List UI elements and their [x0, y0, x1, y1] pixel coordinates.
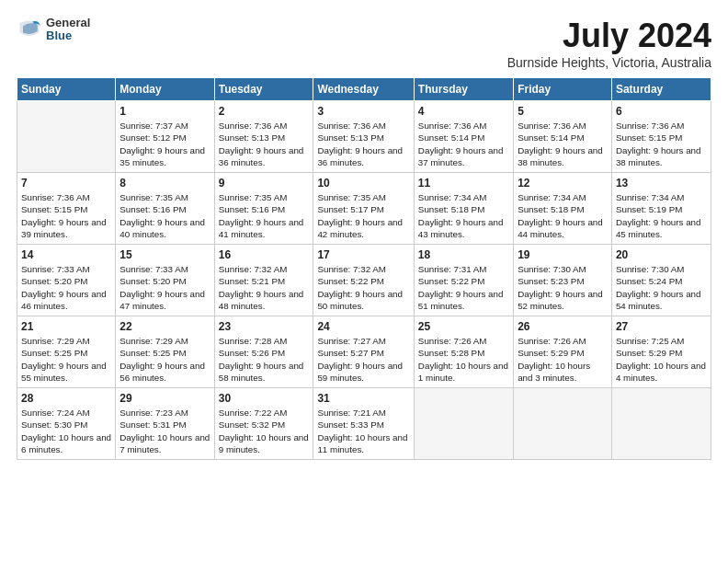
day-info: Sunrise: 7:25 AMSunset: 5:29 PMDaylight:…	[616, 335, 707, 384]
day-number: 7	[21, 176, 111, 190]
day-number: 27	[616, 319, 707, 334]
day-info: Sunrise: 7:22 AMSunset: 5:32 PMDaylight:…	[219, 407, 310, 455]
weekday-header: Thursday	[414, 78, 513, 101]
logo-text: General Blue	[46, 17, 90, 43]
calendar-week-row: 14Sunrise: 7:33 AMSunset: 5:20 PMDayligh…	[17, 245, 711, 316]
calendar-week-row: 28Sunrise: 7:24 AMSunset: 5:30 PMDayligh…	[17, 388, 711, 460]
day-info: Sunrise: 7:36 AMSunset: 5:13 PMDaylight:…	[317, 120, 409, 168]
day-info: Sunrise: 7:26 AMSunset: 5:29 PMDaylight:…	[518, 335, 608, 384]
calendar-cell: 22Sunrise: 7:29 AMSunset: 5:25 PMDayligh…	[116, 316, 214, 388]
day-number: 19	[518, 247, 608, 262]
weekday-header: Tuesday	[214, 78, 313, 101]
calendar-cell: 24Sunrise: 7:27 AMSunset: 5:27 PMDayligh…	[313, 316, 414, 388]
day-number: 1	[119, 104, 210, 119]
day-info: Sunrise: 7:31 AMSunset: 5:22 PMDaylight:…	[418, 263, 509, 312]
calendar-cell: 13Sunrise: 7:34 AMSunset: 5:19 PMDayligh…	[611, 173, 711, 245]
day-info: Sunrise: 7:37 AMSunset: 5:12 PMDaylight:…	[119, 120, 210, 168]
calendar-cell: 16Sunrise: 7:32 AMSunset: 5:21 PMDayligh…	[214, 245, 313, 316]
day-number: 31	[317, 391, 409, 406]
day-info: Sunrise: 7:30 AMSunset: 5:23 PMDaylight:…	[518, 263, 608, 312]
day-info: Sunrise: 7:27 AMSunset: 5:27 PMDaylight:…	[317, 335, 409, 384]
main-title: July 2024	[507, 17, 711, 55]
calendar-cell: 31Sunrise: 7:21 AMSunset: 5:33 PMDayligh…	[313, 388, 414, 460]
calendar-cell: 2Sunrise: 7:36 AMSunset: 5:13 PMDaylight…	[214, 101, 313, 173]
day-info: Sunrise: 7:36 AMSunset: 5:14 PMDaylight:…	[418, 120, 509, 168]
calendar-cell: 15Sunrise: 7:33 AMSunset: 5:20 PMDayligh…	[116, 245, 214, 316]
day-number: 22	[119, 319, 210, 334]
day-info: Sunrise: 7:36 AMSunset: 5:15 PMDaylight:…	[616, 120, 707, 168]
logo: General Blue	[17, 17, 90, 43]
day-info: Sunrise: 7:32 AMSunset: 5:22 PMDaylight:…	[317, 263, 409, 312]
day-number: 23	[219, 319, 310, 334]
calendar-cell: 19Sunrise: 7:30 AMSunset: 5:23 PMDayligh…	[514, 245, 612, 316]
calendar-cell: 29Sunrise: 7:23 AMSunset: 5:31 PMDayligh…	[116, 388, 214, 460]
day-info: Sunrise: 7:24 AMSunset: 5:30 PMDaylight:…	[21, 407, 111, 455]
calendar-cell: 30Sunrise: 7:22 AMSunset: 5:32 PMDayligh…	[214, 388, 313, 460]
calendar-cell	[514, 388, 612, 460]
calendar-cell: 6Sunrise: 7:36 AMSunset: 5:15 PMDaylight…	[611, 101, 711, 173]
calendar-cell: 7Sunrise: 7:36 AMSunset: 5:15 PMDaylight…	[17, 173, 116, 245]
day-number: 20	[616, 247, 707, 262]
day-info: Sunrise: 7:34 AMSunset: 5:18 PMDaylight:…	[518, 191, 608, 240]
calendar-cell: 27Sunrise: 7:25 AMSunset: 5:29 PMDayligh…	[611, 316, 711, 388]
calendar-cell: 4Sunrise: 7:36 AMSunset: 5:14 PMDaylight…	[414, 101, 513, 173]
day-number: 21	[21, 319, 111, 334]
day-number: 30	[219, 391, 310, 406]
day-number: 25	[418, 319, 509, 334]
day-info: Sunrise: 7:30 AMSunset: 5:24 PMDaylight:…	[616, 263, 707, 312]
calendar-cell: 9Sunrise: 7:35 AMSunset: 5:16 PMDaylight…	[214, 173, 313, 245]
day-info: Sunrise: 7:26 AMSunset: 5:28 PMDaylight:…	[418, 335, 509, 384]
calendar-cell: 10Sunrise: 7:35 AMSunset: 5:17 PMDayligh…	[313, 173, 414, 245]
day-number: 14	[21, 247, 111, 262]
calendar-cell: 21Sunrise: 7:29 AMSunset: 5:25 PMDayligh…	[17, 316, 116, 388]
calendar-cell: 28Sunrise: 7:24 AMSunset: 5:30 PMDayligh…	[17, 388, 116, 460]
weekday-header: Sunday	[17, 78, 116, 101]
calendar-cell: 14Sunrise: 7:33 AMSunset: 5:20 PMDayligh…	[17, 245, 116, 316]
calendar-cell: 5Sunrise: 7:36 AMSunset: 5:14 PMDaylight…	[514, 101, 612, 173]
calendar-week-row: 1Sunrise: 7:37 AMSunset: 5:12 PMDaylight…	[17, 101, 711, 173]
day-number: 10	[317, 176, 409, 190]
day-number: 28	[21, 391, 111, 406]
day-info: Sunrise: 7:33 AMSunset: 5:20 PMDaylight:…	[119, 263, 210, 312]
calendar-cell: 25Sunrise: 7:26 AMSunset: 5:28 PMDayligh…	[414, 316, 513, 388]
day-number: 26	[518, 319, 608, 334]
day-number: 16	[219, 247, 310, 262]
day-number: 6	[616, 104, 707, 119]
calendar-cell: 1Sunrise: 7:37 AMSunset: 5:12 PMDaylight…	[116, 101, 214, 173]
day-info: Sunrise: 7:36 AMSunset: 5:13 PMDaylight:…	[219, 120, 310, 168]
header: General Blue July 2024 Burnside Heights,…	[17, 17, 711, 70]
calendar-cell: 3Sunrise: 7:36 AMSunset: 5:13 PMDaylight…	[313, 101, 414, 173]
day-number: 12	[518, 176, 608, 190]
calendar-header: SundayMondayTuesdayWednesdayThursdayFrid…	[17, 78, 711, 101]
calendar-week-row: 21Sunrise: 7:29 AMSunset: 5:25 PMDayligh…	[17, 316, 711, 388]
day-info: Sunrise: 7:34 AMSunset: 5:18 PMDaylight:…	[418, 191, 509, 240]
day-info: Sunrise: 7:28 AMSunset: 5:26 PMDaylight:…	[219, 335, 310, 384]
day-info: Sunrise: 7:29 AMSunset: 5:25 PMDaylight:…	[119, 335, 210, 384]
day-info: Sunrise: 7:21 AMSunset: 5:33 PMDaylight:…	[317, 407, 409, 455]
calendar-body: 1Sunrise: 7:37 AMSunset: 5:12 PMDaylight…	[17, 101, 711, 460]
weekday-header: Friday	[514, 78, 612, 101]
title-block: July 2024 Burnside Heights, Victoria, Au…	[507, 17, 711, 70]
calendar-cell: 8Sunrise: 7:35 AMSunset: 5:16 PMDaylight…	[116, 173, 214, 245]
day-info: Sunrise: 7:36 AMSunset: 5:14 PMDaylight:…	[518, 120, 608, 168]
weekday-header: Wednesday	[313, 78, 414, 101]
weekday-header: Saturday	[611, 78, 711, 101]
calendar-week-row: 7Sunrise: 7:36 AMSunset: 5:15 PMDaylight…	[17, 173, 711, 245]
day-info: Sunrise: 7:32 AMSunset: 5:21 PMDaylight:…	[219, 263, 310, 312]
day-info: Sunrise: 7:33 AMSunset: 5:20 PMDaylight:…	[21, 263, 111, 312]
day-number: 11	[418, 176, 509, 190]
day-number: 5	[518, 104, 608, 119]
subtitle: Burnside Heights, Victoria, Australia	[507, 55, 711, 70]
day-info: Sunrise: 7:35 AMSunset: 5:16 PMDaylight:…	[119, 191, 210, 240]
day-number: 17	[317, 247, 409, 262]
day-info: Sunrise: 7:34 AMSunset: 5:19 PMDaylight:…	[616, 191, 707, 240]
day-number: 15	[119, 247, 210, 262]
day-number: 8	[119, 176, 210, 190]
day-number: 13	[616, 176, 707, 190]
day-number: 9	[219, 176, 310, 190]
day-number: 4	[418, 104, 509, 119]
logo-general: General	[46, 17, 90, 29]
calendar-cell: 23Sunrise: 7:28 AMSunset: 5:26 PMDayligh…	[214, 316, 313, 388]
calendar-cell	[414, 388, 513, 460]
day-number: 29	[119, 391, 210, 406]
